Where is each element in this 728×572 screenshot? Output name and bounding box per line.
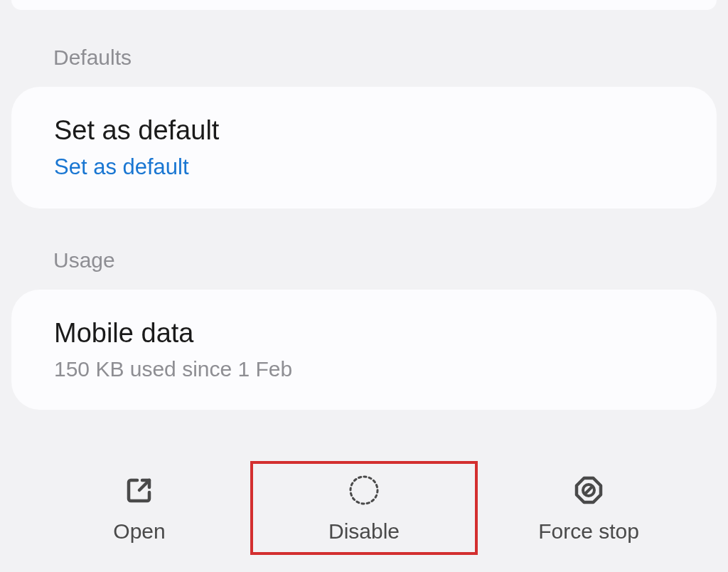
mobile-data-title: Mobile data: [54, 318, 674, 349]
svg-point-0: [350, 477, 378, 504]
force-stop-label: Force stop: [538, 519, 639, 544]
disable-button[interactable]: Disable: [250, 461, 478, 555]
mobile-data-card[interactable]: Mobile data 150 KB used since 1 Feb: [11, 290, 717, 410]
open-label: Open: [113, 519, 165, 544]
open-icon: [122, 472, 157, 508]
force-stop-button[interactable]: Force stop: [478, 464, 700, 552]
mobile-data-subtitle: 150 KB used since 1 Feb: [54, 357, 674, 381]
force-stop-icon: [571, 472, 606, 508]
defaults-section-header: Defaults: [0, 46, 728, 87]
bottom-action-bar: Open Disable Force stop: [0, 448, 728, 572]
svg-line-2: [585, 487, 593, 494]
disable-icon: [346, 472, 382, 508]
open-button[interactable]: Open: [28, 464, 250, 552]
disable-label: Disable: [328, 519, 400, 544]
usage-section-header: Usage: [0, 248, 728, 290]
set-as-default-card[interactable]: Set as default Set as default: [11, 87, 717, 208]
settings-content: Defaults Set as default Set as default U…: [0, 0, 728, 410]
set-as-default-title: Set as default: [54, 115, 674, 146]
previous-card-bottom: [11, 0, 717, 10]
set-as-default-link: Set as default: [54, 154, 674, 180]
